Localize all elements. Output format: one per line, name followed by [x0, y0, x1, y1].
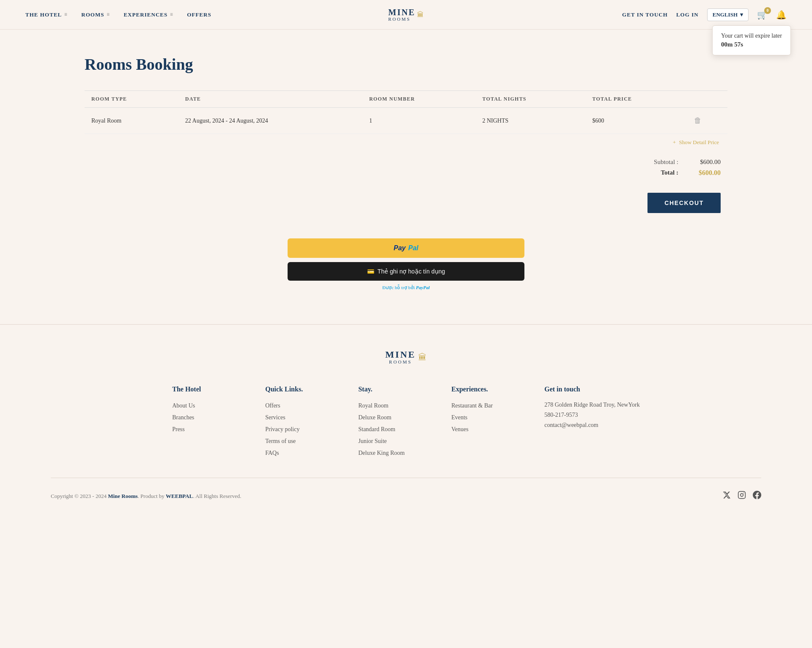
footer-address: 278 Golden Ridge Road Troy, NewYork — [544, 402, 640, 408]
delete-cell: 🗑 — [687, 108, 727, 134]
footer-rights: . All Rights Reserved. — [193, 493, 241, 499]
footer-link-branches[interactable]: Branches — [172, 414, 194, 421]
nav-logo[interactable]: MINE ROOMS 🏛 — [388, 8, 424, 22]
list-item: About Us — [172, 402, 248, 409]
language-selector[interactable]: ENGLISH ▾ — [707, 8, 749, 21]
col-header-total-price: TOTAL PRICE — [586, 91, 687, 108]
col-header-room-type: ROOM TYPE — [85, 91, 178, 108]
checkout-button[interactable]: CHECKOUT — [647, 193, 721, 213]
footer-logo-line1: MINE — [385, 350, 416, 359]
footer-col-title-stay: Stay. — [358, 386, 434, 393]
footer-link-privacy-policy[interactable]: Privacy policy — [265, 426, 299, 432]
footer-link-standard-room[interactable]: Standard Room — [358, 426, 395, 432]
footer-brand: Mine Rooms — [108, 493, 137, 499]
show-detail-prefix: + — [673, 139, 676, 145]
nav-label-the-hotel: THE HOTEL — [25, 11, 62, 18]
footer-col-links-the-hotel: About Us Branches Press — [172, 402, 248, 433]
footer-logo-line2: ROOMS — [385, 359, 416, 364]
footer-email[interactable]: contact@weebpal.com — [544, 422, 640, 429]
list-item: Services — [265, 413, 341, 421]
footer-col-links-stay: Royal Room Deluxe Room Standard Room Jun… — [358, 402, 434, 457]
facebook-icon[interactable] — [753, 491, 761, 501]
page-title: Rooms Booking — [85, 55, 727, 74]
list-item: Privacy policy — [265, 425, 341, 433]
footer-link-offers[interactable]: Offers — [265, 402, 280, 409]
cart-button[interactable]: 🛒 0 — [757, 10, 768, 20]
logo-building-icon: 🏛 — [417, 11, 424, 19]
list-item: Junior Suite — [358, 437, 434, 445]
total-row: Total : $600.00 — [91, 169, 721, 177]
footer-logo[interactable]: MINE ROOMS 🏛 — [51, 350, 761, 364]
nav-left: THE HOTEL ≡ ROOMS ≡ EXPERIENCES ≡ OFFERS — [25, 11, 211, 18]
footer-col-links-experiences: Restaurant & Bar Events Venues — [451, 402, 527, 433]
footer-link-royal-room[interactable]: Royal Room — [358, 402, 388, 409]
list-item: Royal Room — [358, 402, 434, 409]
footer-col-title-experiences: Experiences. — [451, 386, 527, 393]
footer-link-terms-of-use[interactable]: Terms of use — [265, 438, 296, 444]
delete-row-button[interactable]: 🗑 — [694, 116, 702, 125]
list-item: Branches — [172, 413, 248, 421]
subtotal-value: $600.00 — [687, 159, 721, 166]
footer-link-junior-suite[interactable]: Junior Suite — [358, 438, 387, 444]
footer-col-title-the-hotel: The Hotel — [172, 386, 248, 393]
footer-bottom: Copyright © 2023 - 2024 Mine Rooms. Prod… — [51, 478, 761, 501]
footer-link-press[interactable]: Press — [172, 426, 185, 432]
totals-section: Subtotal : $600.00 Total : $600.00 — [85, 146, 727, 189]
list-item: Terms of use — [265, 437, 341, 445]
language-label: ENGLISH — [713, 11, 738, 18]
navbar: THE HOTEL ≡ ROOMS ≡ EXPERIENCES ≡ OFFERS… — [0, 0, 812, 30]
nav-item-rooms[interactable]: ROOMS ≡ — [81, 11, 110, 18]
bell-icon: 🔔 — [776, 10, 787, 19]
cart-tooltip: Your cart will expire later 00m 57s — [712, 25, 791, 55]
footer-link-restaurant-bar[interactable]: Restaurant & Bar — [451, 402, 493, 409]
cart-expire-message: Your cart will expire later — [721, 33, 782, 39]
footer-link-services[interactable]: Services — [265, 414, 285, 421]
list-item: FAQs — [265, 449, 341, 457]
footer-link-faqs[interactable]: FAQs — [265, 450, 279, 456]
credit-card-button[interactable]: 💳 Thẻ ghi nợ hoặc tín dụng — [288, 262, 524, 281]
room-number-cell: 1 — [362, 108, 476, 134]
twitter-icon[interactable] — [722, 491, 731, 501]
social-icons — [722, 491, 761, 501]
get-in-touch-link[interactable]: GET IN TOUCH — [622, 11, 668, 18]
list-item: Press — [172, 425, 248, 433]
show-detail-price[interactable]: + Show Detail Price — [85, 134, 727, 146]
subtotal-row: Subtotal : $600.00 — [91, 159, 721, 166]
nav-item-experiences[interactable]: EXPERIENCES ≡ — [123, 11, 173, 18]
footer-copyright: Copyright © 2023 - 2024 Mine Rooms. Prod… — [51, 493, 241, 500]
date-cell: 22 August, 2024 - 24 August, 2024 — [178, 108, 362, 134]
footer-columns: The Hotel About Us Branches Press Quick … — [51, 386, 761, 461]
footer-col-stay: Stay. Royal Room Deluxe Room Standard Ro… — [358, 386, 434, 461]
booking-table: ROOM TYPE DATE ROOM NUMBER TOTAL NIGHTS … — [85, 90, 727, 134]
list-item: Deluxe King Room — [358, 449, 434, 457]
footer-logo-icon: 🏛 — [418, 353, 427, 362]
paypal-button[interactable]: Pay Pal — [288, 238, 524, 258]
table-header-row: ROOM TYPE DATE ROOM NUMBER TOTAL NIGHTS … — [85, 91, 727, 108]
list-item: Venues — [451, 425, 527, 433]
credit-card-icon: 💳 — [367, 268, 374, 275]
nav-item-the-hotel[interactable]: THE HOTEL ≡ — [25, 11, 68, 18]
notification-button[interactable]: 🔔 — [776, 10, 787, 20]
footer-link-deluxe-king-room[interactable]: Deluxe King Room — [358, 450, 405, 456]
main-content: Rooms Booking ROOM TYPE DATE ROOM NUMBER… — [0, 30, 812, 324]
footer-link-events[interactable]: Events — [451, 414, 467, 421]
cart-timer: 00m 57s — [721, 41, 782, 48]
logo-line2: ROOMS — [388, 16, 415, 22]
nav-item-offers[interactable]: OFFERS — [187, 11, 211, 18]
footer-col-quick-links: Quick Links. Offers Services Privacy pol… — [265, 386, 341, 461]
footer-link-deluxe-room[interactable]: Deluxe Room — [358, 414, 391, 421]
nav-label-offers: OFFERS — [187, 11, 211, 18]
checkout-wrap: CHECKOUT — [85, 189, 727, 226]
product-text: . Product by — [138, 493, 166, 499]
menu-icon-experiences: ≡ — [170, 11, 173, 18]
instagram-icon[interactable] — [738, 491, 746, 501]
footer-link-venues[interactable]: Venues — [451, 426, 468, 432]
col-header-actions — [687, 91, 727, 108]
table-row: Royal Room 22 August, 2024 - 24 August, … — [85, 108, 727, 134]
svg-point-2 — [743, 493, 744, 494]
log-in-link[interactable]: LOG IN — [676, 11, 699, 18]
total-price-cell: $600 — [586, 108, 687, 134]
footer-link-about-us[interactable]: About Us — [172, 402, 195, 409]
total-nights-cell: 2 NIGHTS — [475, 108, 585, 134]
nav-right: GET IN TOUCH LOG IN ENGLISH ▾ 🛒 0 🔔 — [622, 8, 787, 21]
